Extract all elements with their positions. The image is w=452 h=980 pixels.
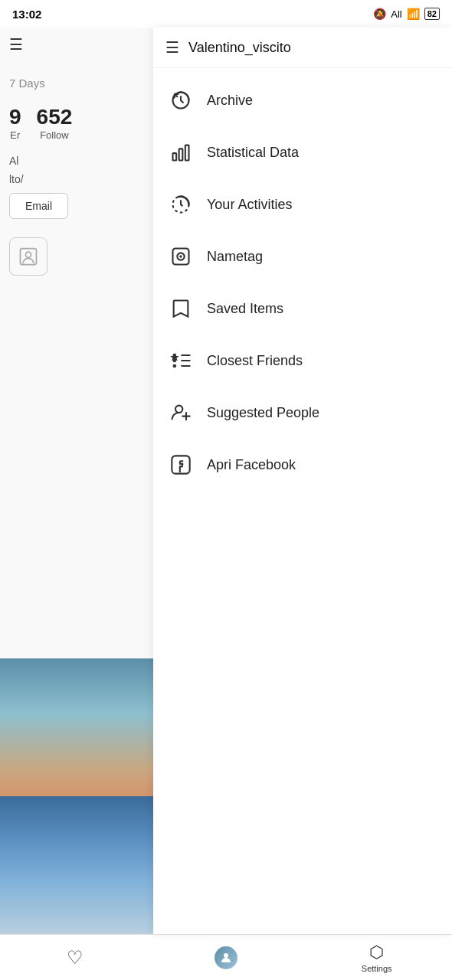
bar-chart-icon [169, 140, 193, 165]
menu-label-statistical-data: Statistical Data [207, 145, 299, 161]
menu-item-saved-items[interactable]: Saved Items [153, 283, 452, 335]
menu-item-statistical-data[interactable]: Statistical Data [153, 126, 452, 178]
profile-days-label: 7 Days [0, 70, 54, 96]
battery-indicator: 82 [424, 8, 440, 20]
svg-point-8 [179, 255, 182, 258]
add-person-icon [169, 400, 193, 425]
bookmark-icon [169, 296, 193, 321]
stat-er-label: Er [10, 129, 20, 141]
archive-icon [169, 88, 193, 113]
nav-item-profile[interactable] [151, 935, 302, 980]
menu-item-apri-facebook[interactable]: Apri Facebook [153, 439, 452, 491]
menu-label-suggested-people: Suggested People [207, 405, 319, 421]
profile-bg-header: ☰ [0, 28, 153, 61]
bottom-nav: ♡ ⬡ Settings [0, 934, 452, 980]
stat-follow: 652 Follow [37, 105, 73, 141]
svg-rect-3 [179, 149, 183, 160]
hamburger-bg-icon: ☰ [9, 35, 23, 54]
stat-follow-label: Follow [40, 129, 69, 141]
menu-item-closest-friends[interactable]: Closest Friends [153, 335, 452, 387]
activity-icon [169, 192, 193, 217]
profile-email-button[interactable]: Email [9, 193, 68, 219]
menu-item-nametag[interactable]: Nametag [153, 230, 452, 283]
svg-rect-2 [173, 153, 177, 160]
profile-stats: 9 Er 652 Follow [0, 96, 81, 150]
dropdown-header: ☰ Valentino_viscito [153, 28, 452, 68]
svg-point-20 [224, 953, 228, 958]
profile-avatar [9, 237, 47, 276]
menu-label-archive: Archive [207, 93, 253, 109]
photo-item-1[interactable] [0, 658, 153, 796]
menu-label-nametag: Nametag [207, 249, 263, 265]
profile-label-al: Al [0, 150, 28, 172]
status-time: 13:02 [12, 8, 41, 21]
nametag-icon [169, 244, 193, 269]
photo-grid [0, 658, 153, 934]
svg-point-13 [173, 354, 177, 358]
settings-icon: ⬡ [369, 942, 384, 962]
settings-label: Settings [362, 964, 392, 973]
profile-label-lto: lto/ [0, 172, 33, 187]
status-icons: 🔕 All 📶 82 [373, 8, 440, 20]
profile-background-panel: ☰ 7 Days 9 Er 652 Follow Al lto/ Email [0, 28, 153, 980]
profile-header: 7 Days 9 Er 652 Follow Al lto/ Email [0, 61, 153, 294]
menu-item-your-activities[interactable]: Your Activities [153, 178, 452, 230]
wifi-icon: 📶 [407, 8, 420, 20]
star-list-icon [169, 348, 193, 373]
svg-point-14 [173, 359, 177, 363]
menu-label-closest-friends: Closest Friends [207, 353, 303, 369]
svg-point-1 [26, 252, 31, 257]
nav-item-settings[interactable]: ⬡ Settings [301, 935, 452, 980]
menu-label-apri-facebook: Apri Facebook [207, 457, 296, 473]
menu-label-your-activities: Your Activities [207, 197, 292, 213]
stat-er: 9 Er [9, 105, 21, 141]
stat-follow-number: 652 [37, 105, 73, 129]
svg-rect-4 [185, 145, 189, 161]
dropdown-username: Valentino_viscito [188, 40, 291, 56]
photo-item-2[interactable] [0, 796, 153, 934]
nav-item-heart[interactable]: ♡ [0, 935, 151, 980]
menu-item-suggested-people[interactable]: Suggested People [153, 387, 452, 439]
svg-point-15 [173, 364, 177, 368]
stat-er-number: 9 [9, 105, 21, 129]
menu-item-archive[interactable]: Archive [153, 74, 452, 126]
svg-rect-19 [172, 456, 189, 473]
menu-label-saved-items: Saved Items [207, 301, 283, 317]
heart-icon: ♡ [67, 947, 84, 969]
menu-list: Archive Statistical Data Y [153, 68, 452, 497]
hamburger-icon: ☰ [165, 38, 179, 57]
svg-point-16 [175, 406, 182, 413]
notification-muted-icon: 🔕 [373, 8, 386, 20]
status-bar: 13:02 🔕 All 📶 82 [0, 0, 452, 28]
dropdown-panel: ☰ Valentino_viscito Archive [153, 28, 452, 934]
profile-avatar-nav [215, 946, 237, 969]
facebook-icon [169, 452, 193, 477]
network-label: All [391, 8, 401, 20]
